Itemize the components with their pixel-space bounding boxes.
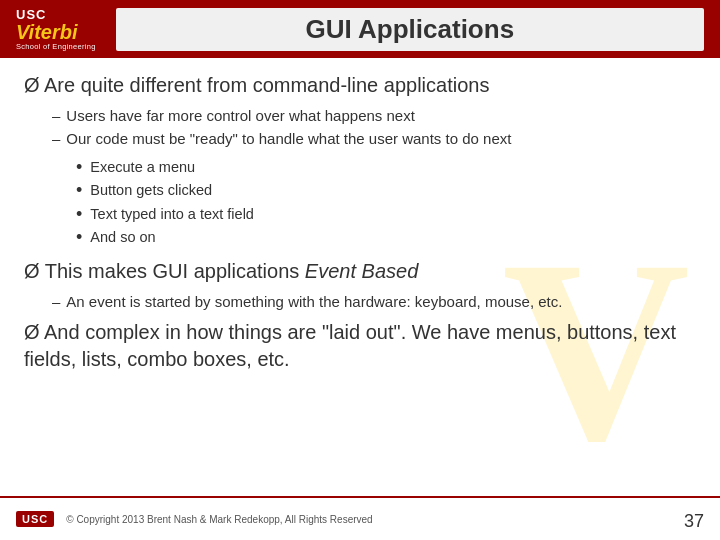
bullet-dot-2: • <box>76 179 82 202</box>
footer-usc-logo: USC <box>16 511 54 527</box>
sub-item-2: – Our code must be "ready" to handle wha… <box>52 128 696 151</box>
main-point-3: Ø And complex in how things are "laid ou… <box>24 319 696 373</box>
point2-prefix: Ø This makes GUI applications <box>24 260 305 282</box>
event-sub-text: An event is started by something with th… <box>66 291 562 314</box>
bullet-dot-4: • <box>76 226 82 249</box>
footer: USC © Copyright 2013 Brent Nash & Mark R… <box>0 496 720 540</box>
logo-area: USC Viterbi School of Engineering <box>16 7 96 51</box>
point1-text: Ø Are quite different from command-line … <box>24 74 489 96</box>
sub-list-2: – An event is started by something with … <box>52 291 696 314</box>
bullet-item-3: • Text typed into a text field <box>76 203 696 226</box>
dash-icon-3: – <box>52 291 60 314</box>
bullet-1-text: Execute a menu <box>90 156 195 178</box>
point3-text: Ø And complex in how things are "laid ou… <box>24 321 676 370</box>
main-point-1: Ø Are quite different from command-line … <box>24 72 696 99</box>
school-logo-text: School of Engineering <box>16 42 96 51</box>
page-number: 37 <box>684 511 704 532</box>
footer-copyright: © Copyright 2013 Brent Nash & Mark Redek… <box>66 514 372 525</box>
bullet-item-1: • Execute a menu <box>76 156 696 179</box>
main-point-2: Ø This makes GUI applications Event Base… <box>24 258 696 285</box>
bullet-dot-1: • <box>76 156 82 179</box>
usc-logo-text: USC <box>16 7 46 22</box>
sub-item-2-text: Our code must be "ready" to handle what … <box>66 128 511 151</box>
event-based-text: Event Based <box>305 260 418 282</box>
dash-icon-1: – <box>52 105 60 128</box>
sub-list-1: – Users have far more control over what … <box>52 105 696 150</box>
sub-item-1: – Users have far more control over what … <box>52 105 696 128</box>
bullet-list: • Execute a menu • Button gets clicked •… <box>76 156 696 250</box>
bullet-2-text: Button gets clicked <box>90 179 212 201</box>
bullet-item-4: • And so on <box>76 226 696 249</box>
dash-icon-2: – <box>52 128 60 151</box>
header-bar: USC Viterbi School of Engineering GUI Ap… <box>0 0 720 58</box>
sub-item-event: – An event is started by something with … <box>52 291 696 314</box>
sub-item-1-text: Users have far more control over what ha… <box>66 105 415 128</box>
bullet-4-text: And so on <box>90 226 155 248</box>
slide-title: GUI Applications <box>116 8 704 51</box>
slide-content: Ø Are quite different from command-line … <box>0 58 720 389</box>
viterbi-logo-text: Viterbi <box>16 22 78 42</box>
bullet-item-2: • Button gets clicked <box>76 179 696 202</box>
bullet-3-text: Text typed into a text field <box>90 203 254 225</box>
bullet-dot-3: • <box>76 203 82 226</box>
